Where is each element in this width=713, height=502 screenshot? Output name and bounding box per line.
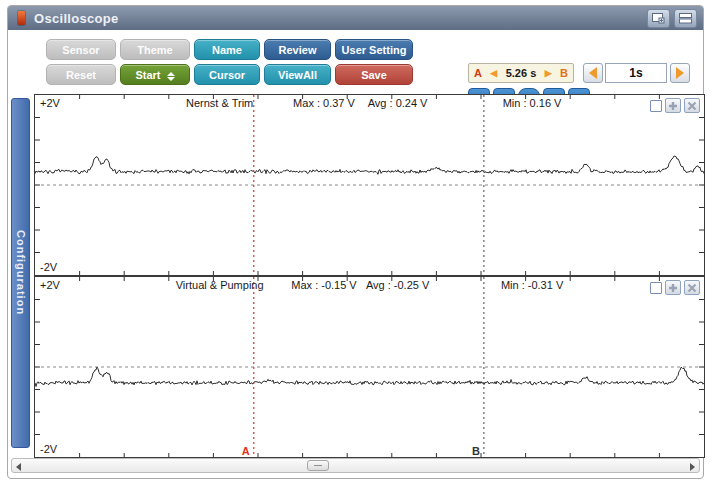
horizontal-scrollbar[interactable]: [11, 458, 700, 473]
cursor-b-arrow-icon: ▶: [545, 68, 552, 78]
main-area: Configuration +2V Nernst & Trim Max : 0.…: [8, 94, 703, 458]
scroll-left-icon[interactable]: [16, 463, 21, 471]
min-readout: Min : 0.16 V: [503, 97, 562, 109]
cursor-a-marker[interactable]: A: [242, 445, 250, 457]
title-bar: Oscilloscope: [8, 6, 703, 30]
reset-button[interactable]: Reset: [46, 64, 116, 85]
chart-stack: +2V Nernst & Trim Max : 0.37 V Avg : 0.2…: [34, 94, 705, 458]
left-arrow-icon: [589, 67, 597, 79]
timebase-value[interactable]: 1s: [605, 63, 667, 83]
start-spinner-icon: [167, 72, 175, 81]
voltage-bottom-label: -2V: [40, 261, 57, 273]
configuration-tab-label: Configuration: [15, 230, 27, 315]
timebase-decrease-button[interactable]: [583, 63, 603, 83]
voltage-top-label: +2V: [40, 279, 60, 291]
channel-panel-nernst: +2V Nernst & Trim Max : 0.37 V Avg : 0.2…: [34, 94, 705, 276]
popout-window-button[interactable]: [647, 9, 670, 28]
max-readout: Max : -0.15 V: [291, 279, 356, 291]
plus-icon: [668, 101, 678, 111]
close-panel-button[interactable]: [684, 98, 700, 113]
scrollbar-thumb[interactable]: [307, 460, 329, 471]
channel-title: Nernst & Trim: [186, 97, 253, 109]
cursor-button[interactable]: Cursor: [194, 64, 260, 85]
channel-title: Virtual & Pumping: [176, 279, 264, 291]
viewall-button[interactable]: ViewAll: [264, 64, 331, 85]
avg-readout: Avg : 0.24 V: [368, 97, 428, 109]
oscilloscope-window: Oscilloscope Sensor Theme Name Review Us…: [7, 5, 704, 479]
review-button[interactable]: Review: [264, 39, 331, 60]
cursor-a-label: A: [474, 67, 482, 79]
window-shade-button[interactable]: [674, 9, 697, 28]
save-button[interactable]: Save: [335, 64, 413, 85]
channel-checkbox[interactable]: [650, 282, 662, 294]
start-button-label: Start: [135, 69, 160, 81]
ab-delta-value: 5.26 s: [506, 67, 537, 79]
toolbar: Sensor Theme Name Review User Setting Re…: [8, 30, 703, 94]
sensor-button[interactable]: Sensor: [46, 39, 116, 60]
expand-panel-button[interactable]: [665, 280, 681, 295]
window-shade-icon: [679, 13, 692, 24]
configuration-tab[interactable]: Configuration: [11, 98, 30, 448]
right-arrow-icon: [676, 67, 684, 79]
expand-panel-button[interactable]: [665, 98, 681, 113]
app-icon: [18, 11, 25, 25]
ab-cursor-readout: A◀ 5.26 s ▶B: [468, 63, 574, 83]
channel-checkbox[interactable]: [650, 100, 662, 112]
close-panel-button[interactable]: [684, 280, 700, 295]
cursor-a-arrow-icon: ◀: [490, 68, 497, 78]
user-setting-button[interactable]: User Setting: [335, 39, 413, 60]
close-icon: [687, 101, 697, 111]
timebase-increase-button[interactable]: [670, 63, 690, 83]
window-title: Oscilloscope: [34, 11, 119, 26]
avg-readout: Avg : -0.25 V: [366, 279, 429, 291]
cursor-b-label: B: [560, 67, 568, 79]
close-icon: [687, 283, 697, 293]
name-button[interactable]: Name: [194, 39, 260, 60]
voltage-top-label: +2V: [40, 97, 60, 109]
cursor-b-marker[interactable]: B: [472, 445, 480, 457]
max-readout: Max : 0.37 V: [293, 97, 355, 109]
start-button[interactable]: Start: [120, 64, 190, 85]
theme-button[interactable]: Theme: [120, 39, 190, 60]
channel-panel-virtual: +2V Virtual & Pumping Max : -0.15 V Avg …: [34, 276, 705, 458]
waveform-plot[interactable]: [35, 277, 704, 457]
waveform-plot[interactable]: [35, 95, 704, 275]
voltage-bottom-label: -2V: [40, 443, 57, 455]
scroll-right-icon[interactable]: [690, 463, 695, 471]
popout-window-icon: [652, 13, 665, 24]
min-readout: Min : -0.31 V: [501, 279, 563, 291]
plus-icon: [668, 283, 678, 293]
